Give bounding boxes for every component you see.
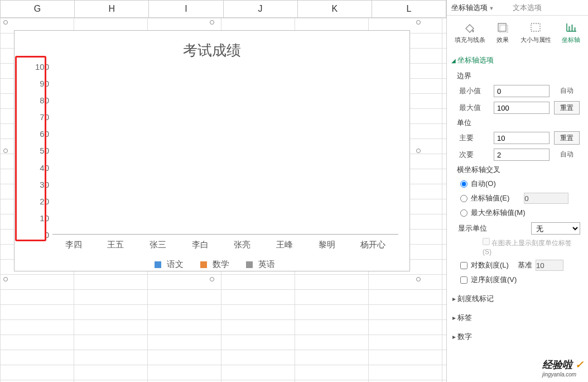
- resize-handle[interactable]: [210, 277, 214, 281]
- x-tick-label: 王五: [107, 240, 124, 250]
- resize-handle[interactable]: [3, 149, 8, 153]
- col-header[interactable]: J: [224, 1, 298, 17]
- radio-max-row[interactable]: 最大坐标轴值(M): [460, 208, 580, 218]
- x-tick-label: 杨开心: [360, 240, 385, 250]
- axis-button[interactable]: 坐标轴: [562, 21, 580, 44]
- cross-value-input: [524, 193, 568, 204]
- radio-label: 最大坐标轴值(M): [471, 208, 526, 218]
- col-header[interactable]: K: [298, 1, 372, 17]
- log-base-label: 基准: [518, 260, 532, 270]
- resize-handle[interactable]: [416, 20, 421, 25]
- display-unit-label: 显示单位: [458, 223, 487, 233]
- bounds-label: 边界: [457, 71, 580, 81]
- tab-axis-options[interactable]: 坐标轴选项: [451, 3, 494, 13]
- size-properties-button[interactable]: 大小与属性: [520, 21, 551, 44]
- minor-label: 次要: [459, 150, 489, 160]
- panel-tabs: 坐标轴选项 文本选项: [447, 0, 588, 16]
- effects-icon: [496, 21, 509, 34]
- min-label: 最小值: [459, 86, 489, 96]
- units-label: 单位: [457, 118, 580, 128]
- resize-handle[interactable]: [416, 149, 421, 153]
- fill-line-button[interactable]: 填充与线条: [455, 21, 485, 44]
- max-reset-button[interactable]: 重置: [554, 101, 580, 114]
- cross-value-radio[interactable]: [460, 195, 467, 202]
- x-tick-label: 李白: [192, 240, 209, 250]
- axis-options-section[interactable]: 坐标轴选项: [451, 55, 580, 65]
- min-row: 最小值 自动: [459, 84, 580, 98]
- resize-handle[interactable]: [3, 277, 8, 281]
- col-header[interactable]: G: [0, 1, 75, 17]
- col-header[interactable]: I: [149, 1, 223, 17]
- labels-section[interactable]: 标签: [452, 313, 580, 323]
- svg-rect-4: [568, 26, 570, 31]
- major-reset-button[interactable]: 重置: [554, 131, 580, 145]
- log-scale-row[interactable]: 对数刻度(L) 基准: [460, 260, 580, 271]
- minor-input[interactable]: [494, 149, 550, 161]
- x-axis-labels: 李四王五张三李白张亮王峰黎明杨开心: [52, 238, 398, 251]
- svg-rect-1: [498, 23, 506, 31]
- major-input[interactable]: [494, 132, 550, 144]
- plot-area: 0102030405060708090100 李四王五张三李白张亮王峰黎明杨开心: [52, 67, 398, 251]
- chart-legend[interactable]: 语文数学英语: [15, 251, 409, 270]
- legend-item[interactable]: 英语: [240, 259, 275, 270]
- icon-label: 坐标轴: [562, 36, 580, 44]
- max-row: 最大值 重置: [459, 101, 580, 114]
- number-section[interactable]: 数字: [452, 332, 580, 342]
- legend-swatch: [155, 261, 161, 268]
- axis-icon: [565, 21, 578, 34]
- x-tick-label: 李四: [65, 240, 82, 250]
- radio-auto-row[interactable]: 自动(O): [460, 179, 580, 189]
- size-icon: [529, 21, 542, 34]
- svg-rect-3: [531, 23, 540, 31]
- show-unit-checkbox: [483, 238, 490, 245]
- display-unit-select[interactable]: 无: [531, 222, 580, 235]
- col-header[interactable]: H: [75, 1, 149, 17]
- minor-auto-button[interactable]: 自动: [554, 148, 580, 161]
- legend-swatch: [246, 261, 253, 268]
- cross-auto-radio[interactable]: [460, 180, 467, 188]
- log-base-input: [536, 260, 563, 271]
- major-row: 主要 重置: [459, 131, 580, 145]
- radio-value-row[interactable]: 坐标轴值(E): [460, 193, 580, 204]
- effects-button[interactable]: 效果: [496, 21, 509, 44]
- svg-rect-5: [571, 25, 573, 31]
- radio-label: 自动(O): [471, 179, 496, 189]
- legend-item[interactable]: 数学: [195, 259, 229, 270]
- panel-icon-row: 填充与线条 效果 大小与属性 坐标轴: [447, 16, 588, 47]
- icon-label: 大小与属性: [520, 36, 551, 44]
- resize-handle[interactable]: [416, 277, 421, 281]
- cross-max-radio[interactable]: [460, 209, 467, 217]
- legend-item[interactable]: 语文: [149, 259, 184, 270]
- resize-handle[interactable]: [3, 20, 8, 25]
- reverse-row[interactable]: 逆序刻度值(V): [460, 275, 580, 285]
- x-tick-label: 黎明: [319, 240, 335, 250]
- check-label: 逆序刻度值(V): [471, 275, 517, 285]
- major-label: 主要: [459, 133, 489, 143]
- tick-marks-section[interactable]: 刻度线标记: [452, 294, 580, 304]
- cross-label: 横坐标轴交叉: [457, 165, 580, 175]
- x-tick-label: 张三: [150, 240, 166, 250]
- chart-object[interactable]: 考试成绩 0102030405060708090100 李四王五张三李白张亮王峰…: [6, 22, 418, 279]
- min-auto-button[interactable]: 自动: [554, 84, 580, 98]
- bars-container: [52, 67, 398, 234]
- annotation-highlight-axis: [15, 56, 46, 241]
- watermark: 经验啦 ✓ jingyanla.com: [542, 358, 584, 378]
- panel-body: 坐标轴选项 边界 最小值 自动 最大值 重置 单位 主要 重置 次要 自动 横坐…: [447, 47, 588, 346]
- chart-title[interactable]: 考试成绩: [15, 31, 409, 67]
- display-unit-row: 显示单位 无: [458, 222, 580, 235]
- log-scale-checkbox[interactable]: [460, 262, 467, 269]
- column-header-row: G H I J K L: [0, 0, 446, 18]
- resize-handle[interactable]: [210, 20, 214, 25]
- show-unit-label-check: 在图表上显示刻度单位标签(S): [483, 238, 580, 256]
- max-input[interactable]: [494, 102, 550, 114]
- tab-text-options[interactable]: 文本选项: [513, 3, 542, 13]
- icon-label: 填充与线条: [455, 36, 485, 44]
- min-input[interactable]: [494, 85, 550, 97]
- icon-label: 效果: [497, 36, 509, 44]
- x-tick-label: 王峰: [276, 240, 293, 250]
- x-tick-label: 张亮: [234, 240, 250, 250]
- chart-box: 考试成绩 0102030405060708090100 李四王五张三李白张亮王峰…: [14, 30, 410, 271]
- max-label: 最大值: [459, 103, 489, 113]
- col-header[interactable]: L: [372, 1, 446, 17]
- reverse-checkbox[interactable]: [460, 276, 467, 284]
